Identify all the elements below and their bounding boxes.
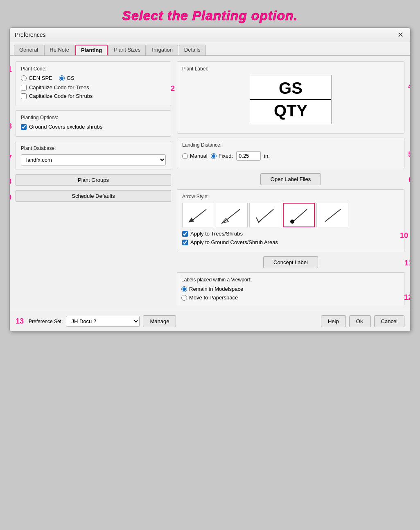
plant-database-label: Plant Database:: [21, 145, 166, 151]
landing-unit: in.: [264, 153, 270, 159]
apply-ground-covers-checkbox[interactable]: Apply to Ground Covers/Shrub Areas: [182, 239, 399, 245]
capitalize-shrubs-label: Capitalize Code for Shrubs: [29, 93, 93, 99]
arrow-styles-container: [182, 203, 399, 227]
radio-gs[interactable]: GS: [59, 75, 75, 81]
landing-fixed[interactable]: Fixed:: [211, 153, 233, 159]
tab-general[interactable]: General: [14, 45, 43, 55]
arrow-style-5[interactable]: [316, 203, 348, 227]
planting-options-section: 3 Planting Options: Ground Covers exclud…: [16, 110, 171, 137]
apply-ground-covers-input[interactable]: [182, 240, 188, 245]
plant-code-radio-group: GEN SPE GS: [21, 75, 166, 81]
pref-set-dropdown[interactable]: JH Docu 2: [66, 316, 140, 327]
ok-button[interactable]: OK: [349, 315, 371, 327]
tab-plant-sizes[interactable]: Plant Sizes: [108, 45, 146, 55]
annotation-12: 12: [404, 293, 411, 302]
landing-fixed-label: Fixed:: [219, 153, 233, 159]
annotation-11: 11: [404, 259, 411, 267]
right-panel: 4 Plant Label: GS QTY 5 Landing Distance…: [177, 61, 404, 305]
remain-modelspace-input[interactable]: [181, 286, 187, 292]
svg-line-8: [325, 209, 341, 222]
move-paperspace-input[interactable]: [181, 295, 187, 301]
manage-button[interactable]: Manage: [143, 315, 176, 327]
cancel-button[interactable]: Cancel: [374, 315, 404, 327]
landing-fixed-input[interactable]: [211, 153, 217, 159]
arrow-style-1[interactable]: [182, 203, 214, 227]
close-button[interactable]: ✕: [396, 31, 405, 39]
plant-label-preview: GS QTY: [250, 75, 332, 124]
apply-trees-checkbox[interactable]: Apply to Trees/Shrubs: [182, 231, 399, 237]
annotation-2: 2: [171, 84, 175, 93]
landing-distance-section: 5 Landing Distance: Manual Fixed: in.: [177, 138, 404, 169]
annotation-title: Select the Planting option.: [9, 8, 411, 23]
plant-label-bottom: QTY: [274, 100, 307, 120]
svg-line-6: [294, 209, 307, 221]
annotation-10: 10: [400, 231, 408, 240]
radio-gs-label: GS: [67, 75, 75, 81]
apply-trees-label: Apply to Trees/Shrubs: [190, 231, 243, 237]
tab-refnote[interactable]: RefNote: [44, 45, 75, 55]
pref-set-label: Preference Set:: [29, 319, 63, 324]
arrow-style-section: Arrow Style:: [177, 189, 404, 252]
capitalize-trees-checkbox[interactable]: Capitalize Code for Trees: [21, 84, 166, 91]
radio-gen-spe-input[interactable]: [21, 75, 27, 81]
schedule-defaults-button[interactable]: Schedule Defaults: [16, 190, 171, 202]
capitalize-trees-label: Capitalize Code for Trees: [29, 84, 89, 91]
dialog-titlebar: Preferences ✕: [10, 28, 410, 42]
left-panel: 1 Plant Code: GEN SPE GS 2: [16, 61, 171, 305]
svg-line-1: [191, 209, 206, 222]
dialog-content: 1 Plant Code: GEN SPE GS 2: [10, 56, 410, 311]
arrow-style-label: Arrow Style:: [182, 194, 399, 199]
open-label-files-button[interactable]: Open Label Files: [260, 173, 321, 185]
dialog-bottom: 13 Preference Set: JH Docu 2 Manage Help…: [10, 311, 410, 331]
annotation-13: 13: [16, 317, 24, 326]
annotation-1: 1: [9, 65, 12, 74]
tabs-bar: General RefNote Planting Plant Sizes Irr…: [10, 42, 410, 56]
landing-value-input[interactable]: [236, 151, 261, 161]
plant-groups-button[interactable]: Plant Groups: [16, 174, 171, 186]
landing-row: Manual Fixed: in.: [182, 151, 399, 161]
tab-planting[interactable]: Planting: [75, 45, 108, 55]
plant-code-label: Plant Code:: [21, 66, 166, 72]
plant-label-top: GS: [250, 79, 331, 100]
arrow-style-3[interactable]: [249, 203, 281, 227]
annotation-8: 8: [9, 177, 11, 186]
dialog-title: Preferences: [15, 32, 45, 38]
planting-options-label: Planting Options:: [21, 115, 166, 120]
viewport-section: 12 Labels placed within a Viewport: Rema…: [177, 272, 404, 305]
plant-label-title: Plant Label:: [182, 66, 399, 72]
capitalize-shrubs-input[interactable]: [21, 93, 27, 99]
plant-database-section: 7 Plant Database: landfx.com: [16, 141, 171, 170]
tab-irrigation[interactable]: Irrigation: [147, 45, 178, 55]
arrow-style-4[interactable]: [283, 203, 315, 227]
landing-distance-label: Landing Distance:: [182, 142, 399, 148]
annotation-5: 5: [408, 150, 411, 159]
plant-code-section: 1 Plant Code: GEN SPE GS 2: [16, 61, 171, 106]
concept-label-button[interactable]: Concept Label: [263, 256, 318, 268]
ground-covers-label: Ground Covers exclude shrubs: [29, 124, 102, 130]
annotation-4: 4: [408, 82, 411, 91]
remain-modelspace[interactable]: Remain in Modelspace: [181, 286, 400, 292]
viewport-title: Labels placed within a Viewport:: [181, 277, 400, 283]
help-button[interactable]: Help: [321, 315, 346, 327]
tab-details[interactable]: Details: [179, 45, 206, 55]
annotation-9: 9: [9, 193, 11, 202]
apply-ground-covers-label: Apply to Ground Covers/Shrub Areas: [190, 239, 278, 245]
annotation-7: 7: [9, 154, 12, 162]
landing-manual-input[interactable]: [182, 153, 188, 159]
capitalize-shrubs-checkbox[interactable]: Capitalize Code for Shrubs: [21, 93, 166, 99]
radio-gen-spe-label: GEN SPE: [29, 75, 52, 81]
radio-gen-spe[interactable]: GEN SPE: [21, 75, 52, 81]
svg-point-7: [290, 220, 294, 224]
move-paperspace-label: Move to Paperspace: [189, 294, 238, 301]
apply-trees-input[interactable]: [182, 231, 188, 237]
arrow-style-2[interactable]: [216, 203, 248, 227]
radio-gs-input[interactable]: [59, 75, 65, 81]
preferences-dialog: Preferences ✕ General RefNote Planting P…: [9, 27, 411, 332]
landing-manual[interactable]: Manual: [182, 153, 208, 159]
ground-covers-checkbox[interactable]: Ground Covers exclude shrubs: [21, 124, 166, 130]
annotation-3: 3: [9, 122, 12, 131]
ground-covers-input[interactable]: [21, 124, 27, 130]
plant-database-dropdown[interactable]: landfx.com: [21, 154, 166, 165]
move-paperspace[interactable]: Move to Paperspace: [181, 294, 400, 301]
capitalize-trees-input[interactable]: [21, 85, 27, 91]
